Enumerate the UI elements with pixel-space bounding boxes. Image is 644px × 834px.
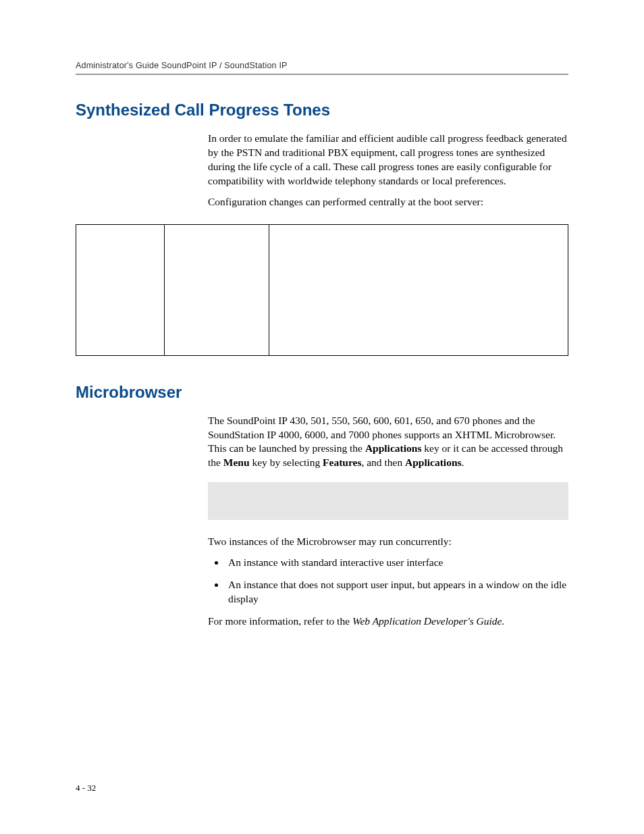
config-table bbox=[76, 224, 568, 356]
text-bold-features: Features bbox=[323, 457, 361, 468]
heading-microbrowser: Microbrowser bbox=[76, 383, 568, 402]
section2-body: The SoundPoint IP 430, 501, 550, 560, 60… bbox=[208, 414, 568, 629]
text-italic-guide: Web Application Developer's Guide. bbox=[352, 615, 504, 627]
page-number: 4 - 32 bbox=[76, 783, 96, 793]
text-bold-applications-2: Applications bbox=[405, 457, 462, 468]
section1-para2: Configuration changes can performed cent… bbox=[208, 195, 568, 209]
section2-para1: The SoundPoint IP 430, 501, 550, 560, 60… bbox=[208, 414, 568, 471]
section1-body: In order to emulate the familiar and eff… bbox=[208, 132, 568, 209]
note-box bbox=[208, 482, 568, 520]
heading-synthesized-tones: Synthesized Call Progress Tones bbox=[76, 101, 568, 120]
header-rule bbox=[76, 74, 568, 75]
text-run: For more information, refer to the bbox=[208, 615, 352, 627]
table-cell bbox=[165, 224, 269, 355]
bullet-list: An instance with standard interactive us… bbox=[208, 556, 568, 606]
text-run: key by selecting bbox=[250, 457, 323, 468]
section1-para1: In order to emulate the familiar and eff… bbox=[208, 132, 568, 188]
list-item: An instance that does not support user i… bbox=[225, 578, 568, 606]
text-run: . bbox=[462, 457, 464, 468]
section2-para3: For more information, refer to the Web A… bbox=[208, 615, 568, 629]
running-header: Administrator's Guide SoundPoint IP / So… bbox=[76, 61, 568, 70]
section2-para2: Two instances of the Microbrowser may ru… bbox=[208, 535, 568, 549]
text-run: , and then bbox=[361, 457, 405, 468]
text-bold-applications: Applications bbox=[365, 442, 422, 454]
table-cell bbox=[269, 224, 568, 355]
text-bold-menu: Menu bbox=[223, 457, 250, 468]
page-container: Administrator's Guide SoundPoint IP / So… bbox=[0, 0, 644, 834]
list-item: An instance with standard interactive us… bbox=[225, 556, 568, 570]
table-cell bbox=[76, 224, 165, 355]
